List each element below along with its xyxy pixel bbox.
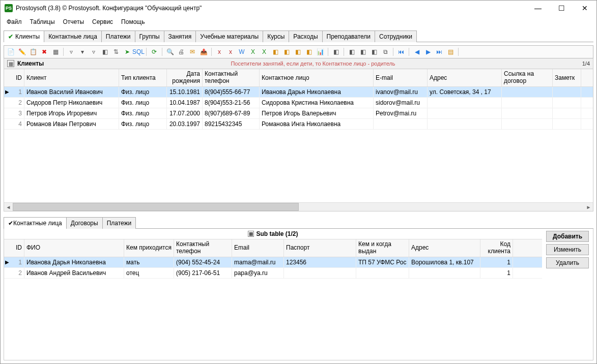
toolbar-btn-30[interactable]: ◧	[369, 47, 379, 56]
tab-Учебные материалы[interactable]: Учебные материалы	[195, 31, 263, 42]
minimize-button[interactable]: —	[526, 1, 550, 16]
toolbar-btn-32[interactable]: ⏮	[396, 47, 406, 56]
scol-pass[interactable]: Паспорт	[284, 239, 356, 257]
tab-Платежи[interactable]: Платежи	[101, 31, 135, 42]
toolbar-btn-14[interactable]: 🖨	[177, 47, 186, 56]
toolbar-btn-10[interactable]: ➤	[123, 47, 132, 56]
toolbar-btn-26[interactable]: 📊	[316, 47, 325, 56]
toolbar-btn-0[interactable]: 📄	[6, 47, 15, 56]
toolbar-btn-20[interactable]: X	[248, 47, 258, 56]
toolbar-btn-8[interactable]: ◧	[100, 47, 109, 56]
toolbar-btn-22[interactable]: ◧	[271, 47, 280, 56]
tab-Занятия[interactable]: Занятия	[164, 31, 196, 42]
toolbar-btn-5[interactable]: ▿	[67, 47, 76, 56]
sub-tab-Платежи[interactable]: Платежи	[102, 217, 136, 229]
tab-Сотрудники[interactable]: Сотрудники	[375, 31, 417, 42]
tab-Контактные лица[interactable]: Контактные лица	[44, 31, 102, 42]
scol-tel[interactable]: Контактный телефон	[174, 239, 232, 257]
toolbar-btn-28[interactable]: ◧	[347, 47, 356, 56]
cell: Физ. лицо	[119, 98, 167, 108]
toolbar-btn-2[interactable]: 📋	[29, 47, 38, 56]
tab-Расходы[interactable]: Расходы	[289, 31, 322, 42]
toolbar-btn-21[interactable]: X	[260, 47, 269, 56]
col-contact[interactable]: Контактное лицо	[260, 69, 374, 86]
toolbar-btn-6[interactable]: ▾	[78, 47, 87, 56]
toolbar-btn-18[interactable]: x	[226, 47, 235, 56]
col-email[interactable]: E-mail	[374, 69, 428, 86]
col-note[interactable]: Заметк	[553, 69, 581, 86]
menu-4[interactable]: Помощь	[117, 16, 149, 27]
scol-issued[interactable]: Кем и когда выдан	[356, 239, 409, 257]
toolbar-btn-16[interactable]: 📤	[199, 47, 208, 56]
close-button[interactable]: ✕	[573, 1, 596, 16]
cell	[502, 119, 553, 129]
toolbar-btn-13[interactable]: 🔍	[165, 47, 175, 56]
scol-id[interactable]: ID	[10, 239, 24, 257]
clients-grid[interactable]: ID Клиент Тип клиента Дата рождения Конт…	[4, 69, 593, 202]
toolbar-btn-4[interactable]: ▦	[51, 47, 60, 56]
scroll-right-icon[interactable]: ►	[584, 203, 593, 211]
h-scrollbar[interactable]: ◄ ►	[4, 202, 593, 211]
toolbar-sep	[458, 48, 459, 56]
tab-Клиенты[interactable]: ✔Клиенты	[4, 31, 44, 42]
scol-kem[interactable]: Кем приходится	[124, 239, 174, 257]
toolbar-btn-27[interactable]: ◧	[331, 47, 340, 56]
toolbar-btn-24[interactable]: ◧	[293, 47, 302, 56]
maximize-button[interactable]: ☐	[550, 1, 573, 16]
cell	[502, 87, 553, 97]
sub-tab-Контактные лица[interactable]: ✔Контактные лица	[4, 217, 67, 229]
table-row[interactable]: 2Сидоров Петр НиколаевичФиз. лицо10.04.1…	[4, 98, 593, 108]
col-id[interactable]: ID	[10, 69, 24, 86]
toolbar-btn-9[interactable]: ⇅	[111, 47, 121, 56]
table-row[interactable]: ▶1Иванов Василий ИвановичФиз. лицо15.10.…	[4, 87, 593, 98]
col-client[interactable]: Клиент	[24, 69, 119, 86]
table-row[interactable]: 4Романов Иван ПетровичФиз. лицо20.03.199…	[4, 119, 593, 130]
table-row[interactable]: 2Иванов Андрей Васильевичотец(905) 217-0…	[4, 268, 542, 279]
toolbar-btn-7[interactable]: ▿	[89, 47, 98, 56]
tab-Группы[interactable]: Группы	[135, 31, 164, 42]
scol-fio[interactable]: ФИО	[24, 239, 124, 257]
delete-button[interactable]: Удалить	[546, 257, 589, 268]
edit-button[interactable]: Изменить	[546, 244, 589, 255]
toolbar-btn-35[interactable]: ⏭	[435, 47, 444, 56]
table-row[interactable]: ▶1Иванова Дарья Николаевнамать(904) 552-…	[4, 257, 542, 268]
add-button[interactable]: Добавить	[546, 231, 589, 242]
toolbar-btn-34[interactable]: ▶	[423, 47, 433, 56]
scroll-left-icon[interactable]: ◄	[4, 203, 13, 211]
menu-3[interactable]: Сервис	[88, 16, 117, 27]
cell: Романова Инга Николаевна	[260, 119, 374, 129]
toolbar-sep	[63, 48, 64, 56]
toolbar-btn-3[interactable]: ✖	[40, 47, 49, 56]
toolbar-btn-25[interactable]: ◧	[304, 47, 314, 56]
col-tel[interactable]: Контактный телефон	[203, 69, 260, 86]
scol-code[interactable]: Код клиента	[480, 239, 513, 257]
toolbar-btn-31[interactable]: ⧉	[381, 47, 390, 56]
toolbar-btn-29[interactable]: ◧	[358, 47, 367, 56]
tab-Курсы[interactable]: Курсы	[263, 31, 289, 42]
menu-1[interactable]: Таблицы	[26, 16, 59, 27]
toolbar-btn-23[interactable]: ◧	[282, 47, 291, 56]
scol-addr[interactable]: Адрес	[409, 239, 480, 257]
toolbar-btn-33[interactable]: ◀	[412, 47, 421, 56]
col-type[interactable]: Тип клиента	[119, 69, 167, 86]
tab-Преподаватели[interactable]: Преподаватели	[322, 31, 376, 42]
table-row[interactable]: 3Петров Игорь ИгроревичФиз. лицо17.07.20…	[4, 108, 593, 119]
toolbar-btn-19[interactable]: W	[237, 47, 246, 56]
toolbar-btn-11[interactable]: SQL	[134, 47, 143, 56]
cell: 8(904)555-66-77	[203, 87, 260, 97]
col-addr[interactable]: Адрес	[428, 69, 502, 86]
toolbar-btn-17[interactable]: x	[215, 47, 224, 56]
col-dob[interactable]: Дата рождения	[167, 69, 203, 86]
toolbar-sep	[409, 48, 409, 56]
toolbar-btn-12[interactable]: ⟳	[150, 47, 159, 56]
toolbar-btn-1[interactable]: ✏️	[17, 47, 26, 56]
toolbar-btn-15[interactable]: ✉	[188, 47, 197, 56]
sub-tab-Договоры[interactable]: Договоры	[66, 217, 103, 229]
menu-2[interactable]: Отчеты	[59, 16, 88, 27]
scroll-thumb[interactable]	[13, 203, 299, 211]
section-head: ▦ Клиенты Посетители занятий, если дети,…	[4, 58, 593, 69]
menu-0[interactable]: Файл	[3, 16, 26, 27]
scol-email[interactable]: Email	[232, 239, 284, 257]
col-link[interactable]: Ссылка на договор	[502, 69, 553, 86]
toolbar-btn-36[interactable]: ▤	[446, 47, 455, 56]
